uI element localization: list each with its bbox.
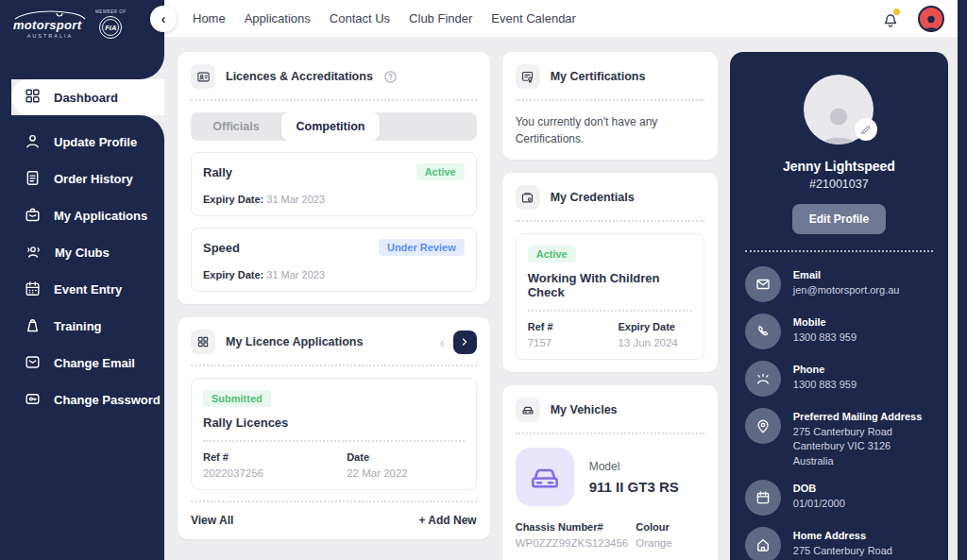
credential-icon <box>516 185 540 210</box>
sidebar-logo-block: motorsport australia MEMBER OF FiA <box>0 0 164 79</box>
detail-home-address: Home Address 275 Canterbury Road Canterb… <box>745 527 933 560</box>
application-name: Rally Licences <box>203 416 465 430</box>
ref-value: 2022037256 <box>203 467 347 479</box>
grid-icon <box>191 330 215 354</box>
sidebar-item-label: Update Profile <box>54 135 137 149</box>
sidebar-collapse-button[interactable]: ‹ <box>150 6 177 32</box>
sidebar-nav: Update Profile Order History My Applicat… <box>0 115 164 560</box>
user-avatar[interactable] <box>918 6 944 32</box>
mobile-phone-icon <box>745 314 781 349</box>
chassis-label: Chassis Number# <box>516 521 629 533</box>
expiry-label: Expiry Date: <box>203 194 263 205</box>
sidebar-active-row: Dashboard <box>0 79 164 115</box>
detail-dob: DOB 01/01/2000 <box>745 480 933 516</box>
detail-value: 275 Canterbury Road Canterbury VIC 3126 … <box>793 425 933 468</box>
sidebar-item-my-clubs[interactable]: My Clubs <box>0 234 164 271</box>
credential-item[interactable]: Active Working With Children Check Ref #… <box>516 233 704 360</box>
model-label: Model <box>589 460 679 473</box>
notifications-bell-icon[interactable] <box>880 8 901 29</box>
motorsport-logo: motorsport australia <box>13 10 87 39</box>
application-item[interactable]: Submitted Rally Licences Ref # 202203725… <box>191 378 477 490</box>
credential-name: Working With Children Check <box>528 271 692 299</box>
column-certifications: My Certifications You currently don't ha… <box>502 52 718 560</box>
tab-competition[interactable]: Competition <box>281 112 380 141</box>
add-new-link[interactable]: + Add New <box>418 514 476 527</box>
topbar: Home Applications Contact Us Club Finder… <box>164 0 967 38</box>
ref-label: Ref # <box>528 321 619 332</box>
licence-item-speed[interactable]: Speed Under Review Expiry Date: 31 Mar 2… <box>191 228 477 292</box>
email-icon <box>745 266 781 302</box>
top-navigation: Home Applications Contact Us Club Finder… <box>193 11 576 25</box>
carousel-prev-icon[interactable]: ‹ <box>440 335 445 349</box>
status-badge: Submitted <box>203 390 271 407</box>
divider <box>745 250 933 252</box>
licence-item-rally[interactable]: Rally Active Expiry Date: 31 Mar 2023 <box>191 152 477 216</box>
sidebar-item-dashboard[interactable]: Dashboard <box>11 79 164 115</box>
carousel-next-button[interactable] <box>453 331 477 354</box>
home-icon <box>745 527 781 560</box>
licences-card: Licences & Accreditations Officials Comp… <box>178 52 490 304</box>
divider <box>516 99 704 101</box>
scrollbar[interactable] <box>958 0 967 560</box>
credentials-card: My Credentials Active Working With Child… <box>502 173 718 372</box>
vehicles-card: My Vehicles Model 911 II GT3 RS <box>502 385 718 560</box>
status-badge: Active <box>528 246 576 263</box>
sidebar-item-change-email[interactable]: Change Email <box>0 345 164 382</box>
sidebar-item-training[interactable]: Training <box>0 308 164 345</box>
notification-dot <box>893 8 900 15</box>
colour-value: Orange <box>636 536 704 552</box>
divider <box>516 220 704 222</box>
expiry-label: Expiry Date: <box>203 269 263 280</box>
dashboard-grid-icon <box>24 87 42 108</box>
person-icon <box>24 132 42 153</box>
date-label: Date <box>347 451 465 463</box>
fia-logo: MEMBER OF FiA <box>95 9 127 39</box>
detail-phone: Phone 1300 883 959 <box>745 361 933 397</box>
main-content: Licences & Accreditations Officials Comp… <box>164 38 958 560</box>
topnav-contact-us[interactable]: Contact Us <box>330 11 390 25</box>
topnav-home[interactable]: Home <box>193 11 226 25</box>
detail-value: 1300 883 959 <box>793 331 857 345</box>
ref-value: 7157 <box>528 337 619 348</box>
sidebar-item-my-applications[interactable]: My Applications <box>0 197 164 234</box>
people-icon <box>24 243 42 263</box>
sidebar-item-label: My Applications <box>54 209 147 223</box>
divider <box>528 310 692 312</box>
tab-officials[interactable]: Officials <box>191 112 281 141</box>
sidebar-item-label: Change Password <box>54 393 161 407</box>
id-card-icon <box>191 64 215 89</box>
help-icon[interactable] <box>383 70 398 84</box>
licences-tabs: Officials Competition <box>191 112 477 141</box>
licence-name: Rally <box>203 165 232 179</box>
certifications-title: My Certifications <box>551 70 646 83</box>
edit-profile-button[interactable]: Edit Profile <box>792 204 886 234</box>
calendar-icon <box>745 480 781 516</box>
sidebar-item-order-history[interactable]: Order History <box>0 161 164 197</box>
detail-label: Email <box>793 266 900 280</box>
briefcase-icon <box>24 206 42 227</box>
detail-value: jen@motorsport.org.au <box>793 283 900 297</box>
divider <box>191 501 477 502</box>
divider <box>203 440 465 442</box>
licence-name: Speed <box>203 241 240 255</box>
certifications-empty-message: You currently don't have any Certificati… <box>516 113 676 147</box>
certifications-card: My Certifications You currently don't ha… <box>502 52 718 160</box>
sidebar-item-change-password[interactable]: Change Password <box>0 382 164 418</box>
status-badge: Active <box>416 163 465 180</box>
sidebar: motorsport australia MEMBER OF FiA Dashb… <box>0 0 164 560</box>
topnav-applications[interactable]: Applications <box>245 11 311 25</box>
status-badge: Under Review <box>379 239 465 256</box>
expiry-value: 31 Mar 2023 <box>266 194 325 205</box>
detail-label: Phone <box>793 361 857 375</box>
detail-mobile: Mobile 1300 883 959 <box>745 314 933 349</box>
sidebar-item-event-entry[interactable]: Event Entry <box>0 271 164 308</box>
detail-value: 275 Canterbury Road Canterbury VIC 3126 … <box>793 544 933 560</box>
view-all-link[interactable]: View All <box>191 514 233 527</box>
edit-avatar-pencil-icon[interactable] <box>855 118 877 141</box>
sidebar-item-label: Dashboard <box>54 91 118 105</box>
topnav-event-calendar[interactable]: Event Calendar <box>491 11 576 25</box>
sidebar-item-update-profile[interactable]: Update Profile <box>0 124 164 161</box>
topnav-club-finder[interactable]: Club Finder <box>409 11 472 25</box>
envelope-icon <box>24 353 42 374</box>
profile-member-id: #21001037 <box>745 178 933 191</box>
